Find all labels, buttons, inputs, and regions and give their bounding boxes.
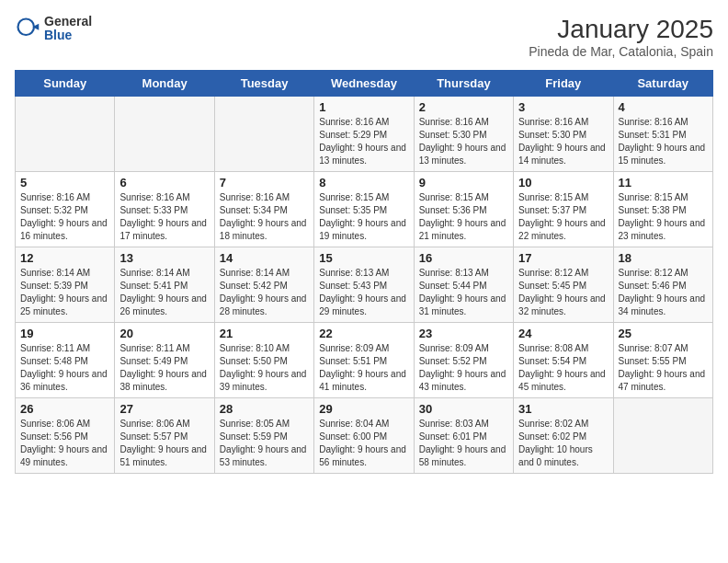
day-number: 26 [20, 402, 109, 416]
calendar-subtitle: Pineda de Mar, Catalonia, Spain [529, 44, 713, 59]
day-info: Sunrise: 8:09 AM Sunset: 5:51 PM Dayligh… [319, 342, 408, 394]
weekday-header: Thursday [414, 71, 513, 97]
day-number: 17 [518, 251, 608, 265]
day-number: 5 [20, 176, 109, 190]
day-info: Sunrise: 8:12 AM Sunset: 5:46 PM Dayligh… [619, 267, 708, 318]
day-number: 9 [419, 176, 508, 190]
svg-point-0 [18, 19, 35, 36]
day-number: 13 [119, 251, 209, 265]
logo: General Blue [15, 15, 92, 43]
weekday-header: Tuesday [214, 71, 313, 97]
day-info: Sunrise: 8:09 AM Sunset: 5:52 PM Dayligh… [419, 342, 508, 394]
calendar-cell [115, 97, 214, 172]
calendar-cell: 18Sunrise: 8:12 AM Sunset: 5:46 PM Dayli… [613, 247, 712, 323]
day-number: 11 [619, 176, 708, 190]
day-number: 16 [419, 251, 508, 265]
day-number: 10 [518, 176, 608, 190]
day-number: 29 [319, 402, 408, 416]
weekday-header: Wednesday [314, 71, 414, 97]
day-number: 25 [619, 327, 708, 340]
calendar-cell: 29Sunrise: 8:04 AM Sunset: 6:00 PM Dayli… [314, 398, 414, 474]
day-number: 14 [220, 251, 309, 265]
calendar-cell: 1Sunrise: 8:16 AM Sunset: 5:29 PM Daylig… [314, 97, 414, 172]
day-number: 8 [319, 176, 408, 190]
day-info: Sunrise: 8:06 AM Sunset: 5:56 PM Dayligh… [20, 418, 109, 469]
day-number: 31 [518, 402, 608, 416]
calendar-cell: 12Sunrise: 8:14 AM Sunset: 5:39 PM Dayli… [16, 247, 115, 323]
logo-general-text: General [44, 15, 92, 29]
day-info: Sunrise: 8:02 AM Sunset: 6:02 PM Dayligh… [518, 418, 608, 469]
day-number: 30 [419, 402, 508, 416]
day-info: Sunrise: 8:15 AM Sunset: 5:35 PM Dayligh… [319, 191, 408, 243]
day-info: Sunrise: 8:07 AM Sunset: 5:55 PM Dayligh… [619, 342, 708, 394]
calendar-cell: 13Sunrise: 8:14 AM Sunset: 5:41 PM Dayli… [115, 247, 214, 323]
calendar-cell: 9Sunrise: 8:15 AM Sunset: 5:36 PM Daylig… [414, 172, 513, 247]
day-info: Sunrise: 8:15 AM Sunset: 5:36 PM Dayligh… [419, 191, 508, 243]
calendar-title: January 2025 [529, 15, 713, 44]
day-number: 18 [619, 251, 708, 265]
day-info: Sunrise: 8:16 AM Sunset: 5:34 PM Dayligh… [220, 191, 309, 243]
calendar-table: SundayMondayTuesdayWednesdayThursdayFrid… [15, 70, 713, 474]
day-number: 12 [20, 251, 109, 265]
calendar-week-row: 1Sunrise: 8:16 AM Sunset: 5:29 PM Daylig… [16, 97, 713, 172]
day-info: Sunrise: 8:16 AM Sunset: 5:29 PM Dayligh… [319, 116, 408, 167]
day-number: 15 [319, 251, 408, 265]
calendar-cell: 24Sunrise: 8:08 AM Sunset: 5:54 PM Dayli… [514, 323, 613, 398]
day-number: 22 [319, 327, 408, 340]
day-info: Sunrise: 8:15 AM Sunset: 5:38 PM Dayligh… [619, 191, 708, 243]
calendar-week-row: 12Sunrise: 8:14 AM Sunset: 5:39 PM Dayli… [16, 247, 713, 323]
calendar-cell: 31Sunrise: 8:02 AM Sunset: 6:02 PM Dayli… [514, 398, 613, 474]
calendar-cell: 25Sunrise: 8:07 AM Sunset: 5:55 PM Dayli… [613, 323, 712, 398]
weekday-header: Monday [115, 71, 214, 97]
day-info: Sunrise: 8:16 AM Sunset: 5:33 PM Dayligh… [119, 191, 209, 243]
calendar-cell [613, 398, 712, 474]
calendar-cell: 16Sunrise: 8:13 AM Sunset: 5:44 PM Dayli… [414, 247, 513, 323]
page-header: General Blue January 2025 Pineda de Mar,… [15, 15, 713, 59]
calendar-cell: 27Sunrise: 8:06 AM Sunset: 5:57 PM Dayli… [115, 398, 214, 474]
day-number: 21 [220, 327, 309, 340]
weekday-header: Friday [514, 71, 613, 97]
calendar-body: 1Sunrise: 8:16 AM Sunset: 5:29 PM Daylig… [16, 97, 713, 474]
calendar-header: SundayMondayTuesdayWednesdayThursdayFrid… [16, 71, 713, 97]
calendar-week-row: 26Sunrise: 8:06 AM Sunset: 5:56 PM Dayli… [16, 398, 713, 474]
title-block: January 2025 Pineda de Mar, Catalonia, S… [529, 15, 713, 59]
calendar-cell: 14Sunrise: 8:14 AM Sunset: 5:42 PM Dayli… [214, 247, 313, 323]
day-number: 7 [220, 176, 309, 190]
day-number: 28 [220, 402, 309, 416]
day-info: Sunrise: 8:13 AM Sunset: 5:44 PM Dayligh… [419, 267, 508, 318]
calendar-cell: 2Sunrise: 8:16 AM Sunset: 5:30 PM Daylig… [414, 97, 513, 172]
logo-blue-text: Blue [44, 29, 92, 42]
day-number: 3 [518, 100, 608, 114]
calendar-cell: 3Sunrise: 8:16 AM Sunset: 5:30 PM Daylig… [514, 97, 613, 172]
calendar-cell: 6Sunrise: 8:16 AM Sunset: 5:33 PM Daylig… [115, 172, 214, 247]
calendar-cell: 21Sunrise: 8:10 AM Sunset: 5:50 PM Dayli… [214, 323, 313, 398]
calendar-week-row: 19Sunrise: 8:11 AM Sunset: 5:48 PM Dayli… [16, 323, 713, 398]
day-number: 19 [20, 327, 109, 340]
day-info: Sunrise: 8:11 AM Sunset: 5:48 PM Dayligh… [20, 342, 109, 394]
calendar-cell: 7Sunrise: 8:16 AM Sunset: 5:34 PM Daylig… [214, 172, 313, 247]
day-number: 1 [319, 100, 408, 114]
day-info: Sunrise: 8:03 AM Sunset: 6:01 PM Dayligh… [419, 418, 508, 469]
day-info: Sunrise: 8:16 AM Sunset: 5:30 PM Dayligh… [518, 116, 608, 167]
day-number: 20 [119, 327, 209, 340]
day-number: 2 [419, 100, 508, 114]
day-number: 6 [119, 176, 209, 190]
day-info: Sunrise: 8:14 AM Sunset: 5:42 PM Dayligh… [220, 267, 309, 318]
day-info: Sunrise: 8:14 AM Sunset: 5:39 PM Dayligh… [20, 267, 109, 318]
calendar-cell: 4Sunrise: 8:16 AM Sunset: 5:31 PM Daylig… [613, 97, 712, 172]
day-number: 4 [619, 100, 708, 114]
day-number: 23 [419, 327, 508, 340]
calendar-cell: 11Sunrise: 8:15 AM Sunset: 5:38 PM Dayli… [613, 172, 712, 247]
calendar-cell [16, 97, 115, 172]
day-info: Sunrise: 8:16 AM Sunset: 5:30 PM Dayligh… [419, 116, 508, 167]
day-info: Sunrise: 8:06 AM Sunset: 5:57 PM Dayligh… [119, 418, 209, 469]
calendar-week-row: 5Sunrise: 8:16 AM Sunset: 5:32 PM Daylig… [16, 172, 713, 247]
day-info: Sunrise: 8:16 AM Sunset: 5:31 PM Dayligh… [619, 116, 708, 167]
calendar-cell: 5Sunrise: 8:16 AM Sunset: 5:32 PM Daylig… [16, 172, 115, 247]
calendar-cell: 30Sunrise: 8:03 AM Sunset: 6:01 PM Dayli… [414, 398, 513, 474]
calendar-cell: 26Sunrise: 8:06 AM Sunset: 5:56 PM Dayli… [16, 398, 115, 474]
calendar-cell [214, 97, 313, 172]
calendar-cell: 17Sunrise: 8:12 AM Sunset: 5:45 PM Dayli… [514, 247, 613, 323]
day-info: Sunrise: 8:10 AM Sunset: 5:50 PM Dayligh… [220, 342, 309, 394]
calendar-cell: 10Sunrise: 8:15 AM Sunset: 5:37 PM Dayli… [514, 172, 613, 247]
